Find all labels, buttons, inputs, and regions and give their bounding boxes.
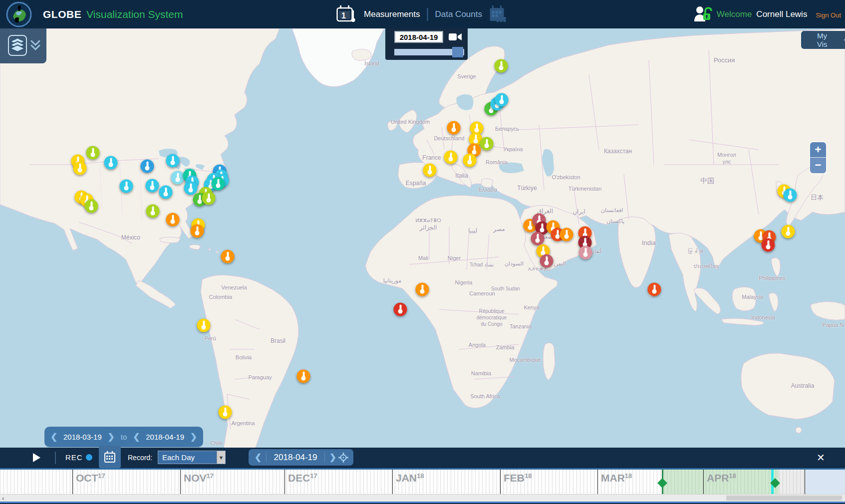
timeline[interactable]: OCT17NOV17DEC17JAN18FEB18MAR18APR18: [0, 470, 845, 494]
map-marker-thermometer[interactable]: [463, 154, 477, 167]
map-marker-thermometer[interactable]: [159, 186, 173, 199]
tab-data-counts[interactable]: Data Counts: [435, 9, 482, 19]
map-marker-thermometer[interactable]: [495, 59, 508, 73]
pill-divider: [324, 452, 325, 463]
range-start-date[interactable]: 2018-03-19: [63, 433, 102, 441]
layers-panel: [0, 28, 46, 63]
measurements-icon[interactable]: 1: [336, 5, 357, 24]
map-marker-thermometer[interactable]: [221, 250, 235, 263]
date-range-control: ❮ 2018-03-19 ❯ to ❮ 2018-04-19 ❯: [44, 427, 203, 447]
map-marker-thermometer[interactable]: [447, 121, 461, 135]
map-marker-thermometer[interactable]: [120, 180, 133, 193]
my-vis-tab[interactable]: My Vis: [801, 31, 845, 49]
month-label: APR18: [707, 472, 736, 484]
map-marker-thermometer[interactable]: [171, 171, 185, 185]
record-dot-button[interactable]: [86, 454, 92, 461]
user-unlocked-icon[interactable]: [693, 5, 712, 23]
scrollbar-thumb[interactable]: [726, 496, 842, 501]
map-marker-thermometer[interactable]: [202, 192, 216, 205]
close-toolbar-button[interactable]: ✕: [817, 452, 825, 464]
app-title-wrap: GLOBE Visualization System: [43, 0, 183, 28]
record-video-icon[interactable]: [448, 32, 462, 42]
zoom-out-button[interactable]: −: [810, 158, 826, 173]
map-marker-thermometer[interactable]: [648, 283, 661, 296]
map-marker-thermometer[interactable]: [495, 93, 509, 107]
scrollbar-left-arrow[interactable]: ‹: [2, 495, 4, 502]
current-date[interactable]: 2018-04-19: [271, 453, 320, 463]
calendar-icon: [104, 451, 116, 463]
map-marker-thermometer[interactable]: [297, 370, 310, 383]
map-marker-thermometer[interactable]: [560, 228, 573, 242]
month-label: OCT17: [76, 472, 105, 484]
map-marker-thermometer[interactable]: [579, 246, 592, 259]
date-slider-handle[interactable]: [452, 47, 463, 57]
world-map[interactable]: [0, 28, 845, 468]
play-button[interactable]: [33, 453, 40, 462]
range-start-next-button[interactable]: ❯: [108, 432, 115, 442]
map-marker-thermometer[interactable]: [166, 213, 180, 227]
range-end-prev-button[interactable]: ❮: [133, 432, 140, 442]
record-interval-select[interactable]: Each Day ▼: [158, 451, 226, 464]
map-marker-thermometer[interactable]: [219, 406, 232, 419]
app-title: GLOBE: [43, 8, 81, 20]
month-label: MAR18: [601, 472, 632, 484]
center-date-crosshair-icon[interactable]: [338, 453, 348, 463]
toolbar-divider: [55, 452, 56, 464]
map-date-panel: [385, 28, 468, 60]
map-marker-thermometer[interactable]: [86, 146, 100, 160]
username: Cornell Lewis: [756, 9, 807, 19]
map-marker-thermometer[interactable]: [416, 283, 429, 296]
map-marker-thermometer[interactable]: [540, 254, 554, 268]
globe-logo-icon[interactable]: [6, 1, 32, 27]
map-marker-thermometer[interactable]: [141, 160, 154, 173]
current-date-control: ❮ 2018-04-19 ❯: [249, 449, 353, 466]
month-label: NOV17: [184, 472, 214, 484]
map-marker-thermometer[interactable]: [104, 156, 118, 170]
map-marker-thermometer[interactable]: [762, 239, 775, 252]
pill-divider: [266, 452, 267, 463]
month-boundary-line: [72, 470, 73, 494]
map-marker-thermometer[interactable]: [146, 205, 160, 218]
layers-button[interactable]: [8, 35, 27, 56]
map-marker-thermometer[interactable]: [166, 154, 180, 168]
map-marker-thermometer[interactable]: [423, 164, 437, 177]
map-marker-thermometer[interactable]: [784, 189, 797, 202]
tab-measurements[interactable]: Measurements: [364, 9, 420, 19]
my-vis-label: My Vis: [817, 31, 838, 48]
date-prev-button[interactable]: ❮: [255, 452, 262, 463]
record-interval-value: Each Day: [162, 453, 217, 462]
month-boundary-line: [805, 470, 805, 494]
map-marker-thermometer[interactable]: [394, 303, 407, 316]
map-marker-thermometer[interactable]: [85, 200, 98, 213]
range-start-prev-button[interactable]: ❮: [50, 432, 57, 442]
timeline-top-border: [0, 468, 845, 470]
map-marker-thermometer[interactable]: [184, 182, 198, 195]
map-date-input[interactable]: [394, 31, 443, 43]
calendar-button[interactable]: [99, 446, 121, 468]
map-marker-thermometer[interactable]: [191, 225, 204, 238]
month-boundary-line: [597, 470, 598, 494]
sign-out-link[interactable]: Sign Out: [816, 11, 841, 19]
app-header: GLOBE Visualization System 1 Measurement…: [0, 0, 845, 28]
month-boundary-line: [180, 470, 181, 494]
month-boundary-line: [703, 470, 704, 494]
range-to-label: to: [121, 433, 127, 441]
timeline-gray-zone: [779, 470, 805, 494]
date-next-button[interactable]: ❯: [329, 452, 336, 463]
layers-icon: [9, 38, 26, 53]
svg-text:1: 1: [341, 11, 346, 20]
map-marker-thermometer[interactable]: [782, 225, 795, 239]
map-marker-thermometer[interactable]: [146, 179, 159, 193]
map-marker-thermometer[interactable]: [444, 151, 458, 164]
map-marker-thermometer[interactable]: [531, 232, 545, 246]
map-marker-thermometer[interactable]: [212, 177, 225, 191]
data-counts-icon[interactable]: [489, 5, 509, 24]
map-marker-thermometer[interactable]: [480, 137, 494, 151]
map-marker-thermometer[interactable]: [73, 162, 87, 175]
timeline-scrollbar[interactable]: ‹: [0, 494, 845, 502]
zoom-in-button[interactable]: +: [810, 142, 826, 158]
range-end-next-button[interactable]: ❯: [190, 432, 197, 442]
collapse-chevrons-icon[interactable]: [30, 39, 41, 51]
map-marker-thermometer[interactable]: [197, 319, 211, 332]
range-end-date[interactable]: 2018-04-19: [146, 433, 184, 441]
